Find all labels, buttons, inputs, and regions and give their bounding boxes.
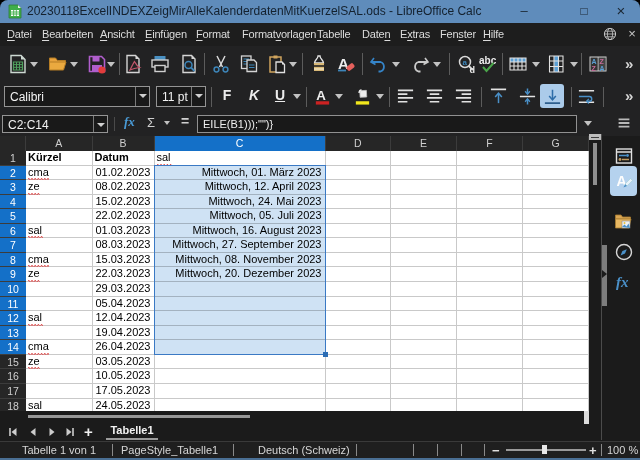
clone-formatting-button[interactable] bbox=[307, 52, 331, 76]
cell-e15[interactable] bbox=[391, 355, 457, 370]
cell-g5[interactable] bbox=[523, 209, 589, 224]
cell-g18[interactable] bbox=[523, 399, 589, 411]
sum-icon[interactable]: Σ bbox=[147, 115, 155, 130]
cut-button[interactable] bbox=[209, 52, 233, 76]
menu-tabelle[interactable]: Tabelle bbox=[317, 28, 350, 40]
new-dropdown-icon[interactable] bbox=[30, 62, 38, 67]
cell-e16[interactable] bbox=[391, 369, 457, 384]
page-style-status[interactable]: PageStyle_Tabelle1 bbox=[121, 444, 218, 456]
font-name-dropdown-icon[interactable] bbox=[135, 87, 149, 106]
cell-g14[interactable] bbox=[523, 340, 589, 355]
select-all-corner[interactable] bbox=[0, 136, 26, 151]
spreadsheet-grid[interactable]: ABCDEFG1KürzelDatumsal2cma01.02.2023Mitt… bbox=[0, 136, 589, 411]
insert-column-button[interactable] bbox=[545, 52, 569, 76]
cell-f9[interactable] bbox=[457, 267, 523, 282]
function-wizard-icon[interactable]: fx bbox=[124, 114, 135, 130]
cell-b2[interactable]: 01.02.2023 bbox=[93, 166, 155, 181]
cell-f12[interactable] bbox=[457, 311, 523, 326]
zoom-slider-thumb[interactable] bbox=[542, 445, 547, 454]
cell-d12[interactable] bbox=[326, 311, 392, 326]
align-center-v-button[interactable] bbox=[515, 84, 539, 108]
sidebar-functions-button[interactable]: fx bbox=[613, 270, 635, 292]
toolbar-overflow-button[interactable]: » bbox=[625, 87, 632, 104]
cell-d14[interactable] bbox=[326, 340, 392, 355]
horizontal-split-handle[interactable] bbox=[584, 411, 589, 424]
cell-g11[interactable] bbox=[523, 297, 589, 312]
cell-b13[interactable]: 19.04.2023 bbox=[93, 326, 155, 341]
menu-datei[interactable]: Datei bbox=[7, 28, 32, 40]
cell-a16[interactable] bbox=[26, 369, 93, 384]
sidebar-gallery-button[interactable] bbox=[613, 210, 635, 232]
cell-g3[interactable] bbox=[523, 180, 589, 195]
cell-e3[interactable] bbox=[391, 180, 457, 195]
cell-a1[interactable]: Kürzel bbox=[26, 151, 93, 166]
row-header-15[interactable]: 15 bbox=[0, 355, 26, 370]
cell-g17[interactable] bbox=[523, 384, 589, 399]
cell-e18[interactable] bbox=[391, 399, 457, 411]
align-center-button[interactable] bbox=[422, 84, 446, 108]
redo-dropdown-icon[interactable] bbox=[433, 62, 441, 67]
cell-b5[interactable]: 22.02.2023 bbox=[93, 209, 155, 224]
cell-d1[interactable] bbox=[326, 151, 392, 166]
insert-column-dropdown-icon[interactable] bbox=[570, 62, 578, 67]
cell-a14[interactable]: cma bbox=[26, 340, 93, 355]
column-header-e[interactable]: E bbox=[391, 136, 457, 151]
last-sheet-icon[interactable] bbox=[63, 425, 77, 439]
cell-f1[interactable] bbox=[457, 151, 523, 166]
cell-a3[interactable]: ze bbox=[26, 180, 93, 195]
vertical-scrollbar[interactable] bbox=[593, 143, 597, 185]
new-button[interactable] bbox=[6, 52, 30, 76]
save-button[interactable] bbox=[85, 52, 109, 76]
cell-g4[interactable] bbox=[523, 195, 589, 210]
minimize-button[interactable]: – bbox=[504, 0, 544, 23]
expand-formula-bar-icon[interactable] bbox=[584, 121, 592, 126]
row-header-17[interactable]: 17 bbox=[0, 384, 26, 399]
cell-d17[interactable] bbox=[326, 384, 392, 399]
highlight-color-dropdown-icon[interactable] bbox=[376, 94, 384, 99]
cell-f18[interactable] bbox=[457, 399, 523, 411]
cell-g13[interactable] bbox=[523, 326, 589, 341]
row-header-7[interactable]: 7 bbox=[0, 238, 26, 253]
cell-c18[interactable] bbox=[155, 399, 326, 411]
sidebar-properties-button[interactable] bbox=[613, 145, 635, 167]
cell-d5[interactable] bbox=[326, 209, 392, 224]
font-size-dropdown-icon[interactable] bbox=[191, 87, 205, 106]
cell-e12[interactable] bbox=[391, 311, 457, 326]
cell-e1[interactable] bbox=[391, 151, 457, 166]
cell-g12[interactable] bbox=[523, 311, 589, 326]
align-top-button[interactable] bbox=[486, 84, 510, 108]
highlight-color-button[interactable] bbox=[350, 84, 374, 108]
equals-icon[interactable]: = bbox=[181, 113, 189, 129]
cell-d3[interactable] bbox=[326, 180, 392, 195]
font-color-button[interactable]: A bbox=[310, 84, 334, 108]
column-header-f[interactable]: F bbox=[457, 136, 523, 151]
cell-b17[interactable]: 17.05.2023 bbox=[93, 384, 155, 399]
print-preview-button[interactable] bbox=[177, 52, 201, 76]
menu-formatvorlagen[interactable]: Formatvorlagen bbox=[242, 28, 316, 40]
cell-b15[interactable]: 03.05.2023 bbox=[93, 355, 155, 370]
cell-e17[interactable] bbox=[391, 384, 457, 399]
cell-a6[interactable]: sal bbox=[26, 224, 93, 239]
row-header-2[interactable]: 2 bbox=[0, 166, 26, 181]
cell-f3[interactable] bbox=[457, 180, 523, 195]
cell-d7[interactable] bbox=[326, 238, 392, 253]
cell-d16[interactable] bbox=[326, 369, 392, 384]
underline-button[interactable]: U bbox=[270, 87, 290, 103]
cell-g10[interactable] bbox=[523, 282, 589, 297]
align-bottom-button[interactable] bbox=[540, 84, 564, 108]
cell-g1[interactable] bbox=[523, 151, 589, 166]
paste-button[interactable] bbox=[265, 52, 289, 76]
undo-dropdown-icon[interactable] bbox=[392, 62, 400, 67]
row-header-16[interactable]: 16 bbox=[0, 369, 26, 384]
menu-fenster[interactable]: Fenster bbox=[440, 28, 476, 40]
cell-a5[interactable] bbox=[26, 209, 93, 224]
next-sheet-icon[interactable] bbox=[45, 425, 59, 439]
cell-a12[interactable]: sal bbox=[26, 311, 93, 326]
cell-a4[interactable] bbox=[26, 195, 93, 210]
cell-d4[interactable] bbox=[326, 195, 392, 210]
horizontal-scrollbar[interactable] bbox=[28, 415, 250, 418]
row-header-8[interactable]: 8 bbox=[0, 253, 26, 268]
zoom-level[interactable]: 100 % bbox=[607, 444, 638, 456]
row-header-18[interactable]: 18 bbox=[0, 399, 26, 411]
menu-extras[interactable]: Extras bbox=[400, 28, 430, 40]
